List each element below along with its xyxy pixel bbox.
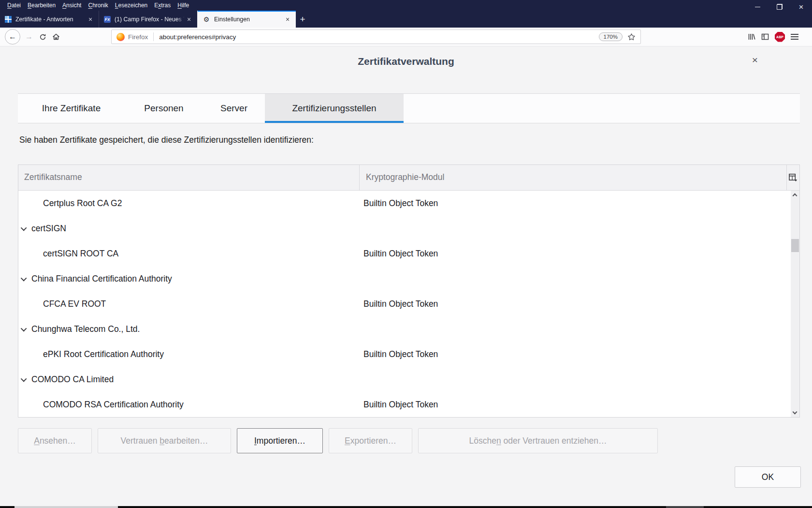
chevron-down-icon [21,275,27,281]
certificate-name-cell: Certplus Root CA G2 [18,198,360,209]
reload-icon [39,33,46,41]
menu-item[interactable]: Ansicht [59,0,85,11]
table-row[interactable]: certSIGN [18,216,799,241]
dialog-close-icon[interactable] [752,55,758,65]
chevron-down-icon [21,224,27,231]
home-button[interactable] [49,30,63,44]
ok-button[interactable]: OK [735,466,801,488]
dialog-tab[interactable]: Personen [125,94,203,123]
dialog-tab-label: Server [220,103,247,114]
tab-close-icon[interactable] [86,15,95,23]
library-icon[interactable] [745,30,758,44]
action-button[interactable]: Exportieren… [329,428,412,453]
crypto-module-cell: Builtin Object Token [360,249,799,259]
scroll-down-icon[interactable] [793,410,798,415]
column-picker-button[interactable] [786,165,799,190]
scrollbar-thumb[interactable] [791,239,799,252]
crypto-module-cell: Builtin Object Token [360,349,799,359]
dialog-tab[interactable]: Zertifizierungsstellen [265,94,404,123]
restore-icon [777,4,783,10]
navigation-toolbar: Firefox about:preferences#privacy 170% A… [0,28,812,46]
menu-item[interactable]: Extras [151,0,174,11]
action-button[interactable]: Importieren… [237,428,323,453]
crypto-module-cell: Builtin Object Token [360,299,799,309]
menu-items: Datei Bearbeiten Ansicht Chronik Lesezei… [4,0,192,11]
certificate-name-cell: certSIGN ROOT CA [18,249,360,259]
certificate-name-cell: ePKI Root Certification Authority [18,349,360,359]
certificate-table: Zertifikatsname Kryptographie-Modul Cert… [18,164,800,418]
table-row[interactable]: ePKI Root Certification Authority Builti… [18,342,799,367]
dialog-tab[interactable]: Ihre Zertifikate [18,94,125,123]
table-row[interactable]: China Financial Certification Authority [18,266,799,291]
menu-icon[interactable] [788,30,801,44]
browser-tab[interactable]: Zertifikate - Antworten [0,11,99,28]
table-header: Zertifikatsname Kryptographie-Modul [18,165,799,191]
menu-bar: Datei Bearbeiten Ansicht Chronik Lesezei… [0,0,812,11]
url-bar[interactable]: Firefox about:preferences#privacy 170% [111,30,641,44]
column-header-module[interactable]: Kryptographie-Modul [360,165,786,190]
forward-button[interactable] [22,30,36,44]
tab-strip: Zertifikate - Antworten Fx (1) Camp Fire… [0,11,296,28]
dialog-tab-label: Ihre Zertifikate [42,103,101,114]
browser-tab[interactable]: Fx (1) Camp Firefox - Neues Them [99,11,197,28]
dialog-tab-label: Personen [144,103,183,114]
url-text: about:preferences#privacy [159,33,236,41]
table-row[interactable]: certSIGN ROOT CA Builtin Object Token [18,241,799,266]
close-icon [799,3,804,11]
table-row[interactable]: Certplus Root CA G2 Builtin Object Token [18,191,799,216]
back-icon [9,32,16,41]
tab-title: (1) Camp Firefox - Neues Them [115,16,185,23]
preferences-page: Zertifikatverwaltung Ihre Zertifikate Pe… [0,46,812,506]
menu-item[interactable]: Bearbeiten [24,0,59,11]
horizontal-scrollbar-thumb [14,506,118,508]
bookmark-star-icon[interactable] [627,33,636,41]
dialog-tab-label: Zertifizierungsstellen [292,103,376,114]
certificate-name-cell: COMODO CA Limited [18,374,360,385]
sidebar-icon[interactable] [758,30,772,44]
table-body: Certplus Root CA G2 Builtin Object Token… [18,191,799,417]
dialog-title: Zertifikatverwaltung [358,56,454,67]
zoom-level-badge[interactable]: 170% [599,32,623,41]
browser-tab[interactable]: Einstellungen [197,11,296,28]
url-chip-label: Firefox [128,33,148,41]
reload-button[interactable] [36,30,49,44]
dialog-tab[interactable]: Server [203,94,265,123]
table-scrollbar[interactable] [791,191,799,417]
back-button[interactable] [5,29,20,45]
menu-item[interactable]: Datei [4,0,24,11]
menu-item[interactable]: Lesezeichen [112,0,151,11]
minimize-icon [755,7,760,7]
certificate-name-cell: COMODO RSA Certification Authority [18,400,360,410]
certificate-name-cell: certSIGN [18,224,360,234]
action-buttons: Ansehen… Vertrauen bearbeiten… Importier… [18,428,658,453]
table-row[interactable]: COMODO RSA Certification Authority Built… [18,392,799,417]
chevron-down-icon [21,375,27,382]
tab-title: Einstellungen [214,16,283,23]
table-row[interactable]: COMODO CA Limited [18,367,799,392]
action-button[interactable]: Löschen oder Vertrauen entziehen… [418,428,658,453]
gear-favicon [203,16,210,23]
title-bar: Datei Bearbeiten Ansicht Chronik Lesezei… [0,0,812,28]
adblock-plus-icon[interactable]: ABP [775,32,785,42]
bottom-edge [0,506,812,508]
grid-favicon [5,16,12,23]
action-button[interactable]: Ansehen… [18,428,92,453]
tab-close-icon[interactable] [185,15,193,23]
column-header-name[interactable]: Zertifikatsname [18,165,360,190]
bottom-edge-segment [666,506,704,508]
table-row[interactable]: Chunghwa Telecom Co., Ltd. [18,316,799,342]
firefox-logo-icon [116,33,125,41]
new-tab-button[interactable] [296,11,309,28]
certificate-name-cell: Chunghwa Telecom Co., Ltd. [18,324,360,334]
certificate-name-cell: CFCA EV ROOT [18,299,360,309]
action-button[interactable]: Vertrauen bearbeiten… [98,428,231,453]
tab-title: Zertifikate - Antworten [15,16,86,23]
home-icon [52,33,60,41]
menu-item[interactable]: Chronik [85,0,111,11]
certificate-name-cell: China Financial Certification Authority [18,274,360,284]
table-row[interactable]: CFCA EV ROOT Builtin Object Token [18,291,799,316]
tab-close-icon[interactable] [283,15,292,23]
tab-bar: Zertifikate - Antworten Fx (1) Camp Fire… [0,11,812,28]
menu-item[interactable]: Hilfe [174,0,192,11]
scroll-up-icon[interactable] [793,194,798,198]
